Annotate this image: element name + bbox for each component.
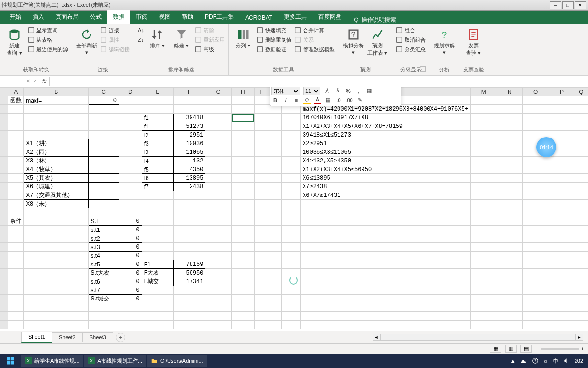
cell-I23[interactable] (254, 286, 268, 295)
cell-H22[interactable] (232, 277, 255, 286)
zoom-in-icon[interactable]: + (581, 346, 584, 352)
sheet-tab-Sheet1[interactable]: Sheet1 (21, 332, 52, 343)
cell-L3[interactable]: 167040X6+10917X7+X8 (301, 114, 471, 122)
cell-Q8[interactable] (575, 157, 588, 165)
sheet-tab-Sheet2[interactable]: Sheet2 (52, 332, 83, 342)
cell-I10[interactable] (254, 174, 268, 183)
cell-L11[interactable]: X7≥2438 (301, 183, 471, 191)
sort-asc-button[interactable]: A↓ (138, 26, 144, 34)
cell-D6[interactable] (119, 139, 142, 148)
tab-审阅[interactable]: 审阅 (130, 10, 153, 24)
cell-D1[interactable] (119, 96, 142, 105)
cell-G25[interactable] (205, 303, 232, 312)
row-header[interactable] (0, 295, 8, 303)
cell-M1[interactable] (470, 96, 497, 105)
font-color-icon[interactable]: A (314, 96, 321, 104)
cell-Q22[interactable] (575, 277, 588, 286)
cell-I18[interactable] (254, 243, 268, 252)
taskbar-item[interactable]: XA市线性规划工作... (84, 355, 147, 367)
cell-I14[interactable] (254, 208, 268, 217)
cell-G5[interactable] (205, 131, 232, 139)
cell-A21[interactable] (8, 269, 24, 277)
cell-M25[interactable] (470, 303, 497, 312)
cell-P1[interactable] (549, 96, 575, 105)
cell-A5[interactable] (8, 131, 24, 139)
cell-F9[interactable]: 4350 (173, 165, 205, 174)
formula-input[interactable] (49, 77, 586, 86)
ribbon-button-删除重复值[interactable]: 删除重复值 (257, 35, 292, 44)
cell-Q1[interactable] (575, 96, 588, 105)
mini-toolbar[interactable]: 宋体 11 Â Ǎ % , ▦ B I ≡ ◇ A ▦ .0 .00 ✎ (270, 87, 401, 106)
cell-C14[interactable] (89, 208, 119, 217)
cell-E17[interactable] (142, 234, 173, 243)
row-header[interactable] (0, 260, 8, 269)
cell-G18[interactable] (205, 243, 232, 252)
cell-E9[interactable]: f5 (142, 165, 173, 174)
cell-G2[interactable] (205, 105, 232, 114)
taskbar-item[interactable]: C:\Users\Admini... (147, 355, 207, 367)
col-header-O[interactable]: O (522, 88, 549, 96)
cell-Q26[interactable] (575, 312, 588, 321)
cell-B18[interactable] (24, 243, 89, 252)
grow-font-icon[interactable]: Â (323, 87, 331, 95)
help-icon[interactable]: ? (532, 357, 539, 364)
cell-Q10[interactable] (575, 174, 588, 183)
cell-O27[interactable] (522, 321, 549, 329)
italic-icon[interactable]: I (282, 96, 290, 104)
cell-P22[interactable] (549, 277, 575, 286)
cell-G24[interactable] (205, 295, 232, 303)
cell-D15[interactable]: 0 (119, 217, 142, 226)
cell-N6[interactable] (497, 139, 522, 148)
cell-K19[interactable] (282, 252, 301, 260)
cell-M18[interactable] (470, 243, 497, 252)
cell-P16[interactable] (549, 226, 575, 234)
cell-B24[interactable] (24, 295, 89, 303)
row-header[interactable] (0, 312, 8, 321)
cell-N22[interactable] (497, 277, 522, 286)
ribbon-button-全部刷新[interactable]: 全部刷新 ▾ (76, 26, 97, 56)
cell-D8[interactable] (119, 157, 142, 165)
cell-Q24[interactable] (575, 295, 588, 303)
cell-D3[interactable] (119, 114, 142, 122)
cell-E2[interactable] (142, 105, 173, 114)
cell-I19[interactable] (254, 252, 268, 260)
cell-H8[interactable] (232, 157, 255, 165)
row-header[interactable] (0, 96, 8, 105)
cell-F12[interactable] (173, 191, 205, 200)
cell-H3[interactable] (232, 114, 255, 122)
cell-D24[interactable]: 0 (119, 295, 142, 303)
cell-G11[interactable] (205, 183, 232, 191)
cell-C5[interactable] (89, 131, 119, 139)
cell-C3[interactable] (89, 114, 119, 122)
cell-A10[interactable] (8, 174, 24, 183)
cell-L4[interactable]: X1+X2+X3+X4+X5+X6+X7+X8=78159 (301, 122, 471, 131)
cell-E21[interactable]: F大农 (142, 269, 173, 277)
cell-E19[interactable] (142, 252, 173, 260)
cell-E7[interactable]: f3 (142, 148, 173, 157)
cell-A26[interactable] (8, 312, 24, 321)
cell-Q18[interactable] (575, 243, 588, 252)
cell-F15[interactable] (173, 217, 205, 226)
page-break-view-button[interactable]: ▤ (520, 345, 532, 353)
cell-J8[interactable] (268, 157, 282, 165)
row-header[interactable] (0, 321, 8, 329)
cell-J15[interactable] (268, 217, 282, 226)
ribbon-button-模拟分析[interactable]: ?模拟分析 ▾ (343, 26, 364, 56)
cell-A8[interactable] (8, 157, 24, 165)
cell-I7[interactable] (254, 148, 268, 157)
row-header[interactable] (0, 277, 8, 286)
cell-I24[interactable] (254, 295, 268, 303)
cell-C7[interactable] (89, 148, 119, 157)
cell-C12[interactable] (89, 191, 119, 200)
cell-J9[interactable] (268, 165, 282, 174)
cell-N25[interactable] (497, 303, 522, 312)
cell-G26[interactable] (205, 312, 232, 321)
cell-E20[interactable]: F1 (142, 260, 173, 269)
cell-J10[interactable] (268, 174, 282, 183)
cell-I16[interactable] (254, 226, 268, 234)
cell-H12[interactable] (232, 191, 255, 200)
cell-O23[interactable] (522, 286, 549, 295)
cell-C23[interactable]: s.t7 (89, 286, 119, 295)
cell-A4[interactable] (8, 122, 24, 131)
cell-O21[interactable] (522, 269, 549, 277)
